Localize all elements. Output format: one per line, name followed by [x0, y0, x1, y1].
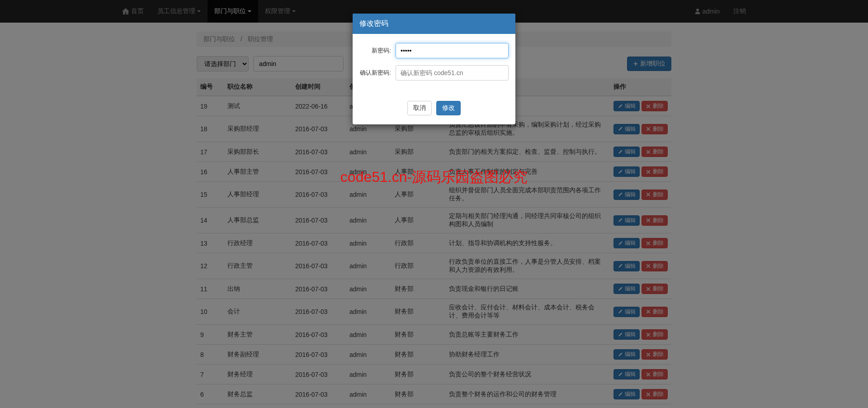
confirm-password-label: 确认新密码: [359, 69, 396, 77]
new-password-label: 新密码: [359, 47, 396, 55]
submit-button[interactable]: 修改 [436, 101, 461, 115]
cancel-button[interactable]: 取消 [407, 101, 432, 115]
confirm-password-input[interactable] [396, 65, 509, 81]
change-password-modal: 修改密码 新密码: 确认新密码: 取消 修改 [353, 14, 515, 124]
new-password-input[interactable] [396, 43, 509, 58]
modal-title: 修改密码 [353, 14, 515, 34]
